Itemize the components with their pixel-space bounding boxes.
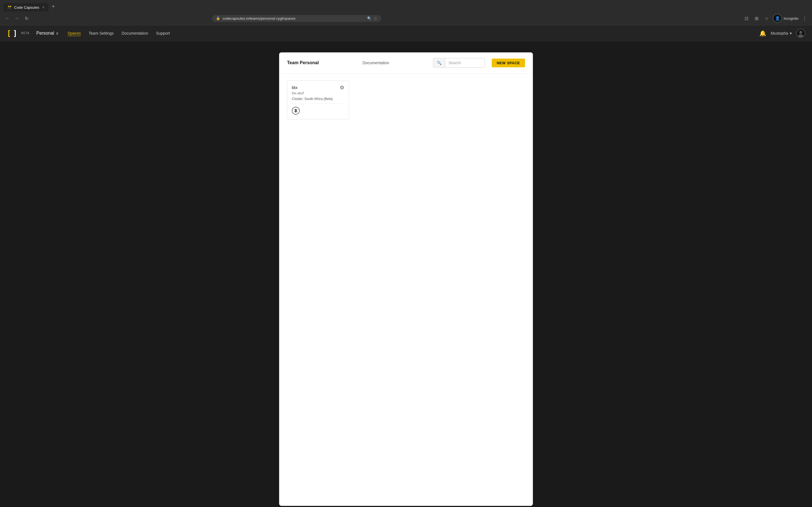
profile-avatar: 👤: [773, 14, 782, 23]
menu-button[interactable]: ⋮: [801, 14, 809, 22]
space-cluster: Cluster: South Africa (Beta): [292, 97, 344, 104]
lock-icon: 🔒: [216, 16, 220, 20]
nav-links: Spaces Team Settings Documentation Suppo…: [68, 31, 759, 36]
tab-bar: Code Capsules × +: [0, 0, 812, 11]
svg-point-4: [799, 31, 802, 34]
logo-bracket-open: [: [7, 29, 11, 38]
team-selector[interactable]: Personal ∨: [36, 31, 59, 36]
new-space-button[interactable]: NEW SPACE: [492, 59, 525, 67]
browser-nav-buttons: ← → ↻: [3, 14, 31, 22]
forward-button[interactable]: →: [13, 14, 21, 22]
user-profile-button[interactable]: 👤 Incognito: [773, 14, 799, 23]
star-button[interactable]: ☆: [763, 14, 770, 22]
app-nav: [ ] BETA Personal ∨ Spaces Team Settings…: [0, 25, 812, 41]
svg-rect-1: [8, 6, 9, 7]
refresh-button[interactable]: ↻: [22, 14, 31, 22]
new-tab-button[interactable]: +: [49, 2, 58, 11]
main-content: Team Personal Documentation 🔍 NEW SPACE …: [0, 41, 812, 507]
space-card-header: btx ⚙: [292, 85, 344, 90]
team-chevron-icon: ∨: [56, 31, 59, 36]
tab-close-button[interactable]: ×: [42, 5, 45, 10]
bell-icon[interactable]: 🔔: [759, 30, 766, 37]
user-name: Mustopha: [771, 31, 788, 36]
tab-favicon: [7, 5, 12, 10]
svg-rect-2: [10, 6, 11, 7]
space-card[interactable]: btx ⚙ btx-akof Cluster: South Africa (Be…: [287, 80, 349, 119]
user-menu[interactable]: Mustopha ▾: [771, 31, 792, 36]
spaces-doc-link[interactable]: Documentation: [326, 61, 426, 65]
team-name: Personal: [36, 31, 54, 36]
user-avatar[interactable]: [796, 29, 805, 38]
tab-title: Code Capsules: [14, 5, 39, 10]
address-text: codecapsules.io/teams/personal-cygt/spac…: [222, 16, 365, 20]
nav-link-team-settings[interactable]: Team Settings: [89, 31, 114, 36]
active-tab[interactable]: Code Capsules ×: [3, 3, 49, 11]
browser-chrome: ← → ↻ 🔒 codecapsules.io/teams/personal-c…: [0, 11, 812, 25]
back-button[interactable]: ←: [3, 14, 11, 22]
nav-right: 🔔 Mustopha ▾: [759, 29, 805, 38]
search-input[interactable]: [445, 58, 485, 67]
spaces-panel: Team Personal Documentation 🔍 NEW SPACE …: [279, 52, 533, 506]
logo-bracket-close: ]: [13, 29, 17, 38]
search-icon: 🔍: [367, 16, 371, 20]
space-id: btx-akof: [292, 91, 344, 95]
space-settings-button[interactable]: ⚙: [340, 85, 344, 90]
search-icon-button[interactable]: 🔍: [434, 58, 445, 67]
extensions-button[interactable]: ⊡: [742, 14, 750, 22]
nav-link-documentation[interactable]: Documentation: [121, 31, 148, 36]
address-bar[interactable]: 🔒 codecapsules.io/teams/personal-cygt/sp…: [212, 15, 381, 22]
spaces-grid: btx ⚙ btx-akof Cluster: South Africa (Be…: [279, 73, 533, 126]
svg-text:JS: JS: [294, 110, 297, 112]
spaces-header: Team Personal Documentation 🔍 NEW SPACE: [279, 52, 533, 73]
space-name: btx: [292, 85, 297, 90]
user-chevron-icon: ▾: [790, 31, 792, 36]
search-container: 🔍: [433, 58, 485, 68]
space-icons: JS: [292, 107, 344, 115]
nav-link-spaces[interactable]: Spaces: [68, 31, 81, 36]
logo-area: [ ] BETA: [7, 29, 30, 38]
profile-label: Incognito: [783, 16, 799, 20]
nav-link-support[interactable]: Support: [156, 31, 170, 36]
nodejs-icon: JS: [292, 107, 300, 115]
spaces-panel-title: Team Personal: [287, 60, 319, 65]
cast-button[interactable]: ⊞: [753, 14, 760, 22]
star-icon[interactable]: ☆: [374, 16, 377, 20]
logo-beta: BETA: [21, 32, 29, 35]
browser-actions: ⊡ ⊞ ☆ 👤 Incognito ⋮: [742, 14, 809, 23]
